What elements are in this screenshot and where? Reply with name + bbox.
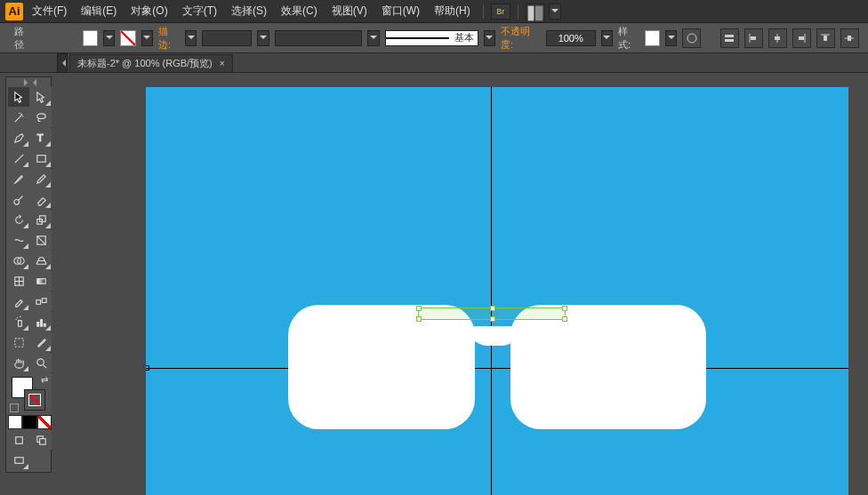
color-mode-solid[interactable] — [8, 415, 22, 429]
app-logo: Ai — [5, 3, 23, 20]
fill-swatch[interactable] — [83, 30, 98, 46]
variable-width-dropdown[interactable] — [367, 30, 379, 46]
pen-tool[interactable] — [8, 128, 29, 148]
menu-select[interactable]: 选择(S) — [226, 2, 272, 20]
stroke-weight-input[interactable] — [202, 30, 252, 46]
selection-bounding-box[interactable] — [418, 307, 566, 320]
svg-rect-0 — [527, 5, 534, 20]
fill-dropdown[interactable] — [103, 30, 115, 46]
graphic-style-swatch[interactable] — [645, 30, 660, 46]
document-tab-title: 未标题-2* @ 100% (RGB/预览) — [77, 57, 213, 70]
svg-rect-12 — [824, 36, 827, 41]
bridge-button[interactable]: Br — [491, 4, 510, 20]
eyedropper-tool[interactable] — [8, 291, 29, 311]
blob-brush-tool[interactable] — [8, 189, 29, 209]
menu-object[interactable]: 对象(O) — [125, 2, 173, 20]
screen-mode-button[interactable] — [8, 451, 29, 470]
align-panel-button[interactable] — [720, 28, 739, 48]
rotate-tool[interactable] — [8, 210, 29, 229]
line-segment-tool[interactable] — [8, 148, 29, 168]
menu-effect[interactable]: 效果(C) — [276, 2, 323, 20]
selection-handle[interactable] — [416, 316, 422, 322]
variable-width-profile[interactable] — [275, 30, 363, 46]
menu-help[interactable]: 帮助(H) — [429, 2, 476, 20]
artboard-tool[interactable] — [8, 332, 29, 352]
svg-rect-42 — [14, 457, 22, 463]
canvas[interactable] — [146, 87, 848, 495]
selection-handle[interactable] — [416, 306, 422, 311]
brush-dropdown[interactable] — [484, 30, 495, 46]
symbol-sprayer-tool[interactable] — [8, 312, 29, 331]
default-fill-stroke-icon[interactable] — [10, 403, 19, 412]
eraser-tool[interactable] — [30, 189, 52, 209]
menu-view[interactable]: 视图(V) — [326, 2, 373, 20]
stroke-color-swatch[interactable] — [24, 389, 45, 411]
draw-normal-button[interactable] — [8, 430, 29, 450]
tools-panel-grip[interactable] — [8, 79, 52, 86]
selection-handle[interactable] — [490, 306, 495, 311]
menu-file[interactable]: 文件(F) — [27, 2, 72, 20]
svg-rect-8 — [775, 36, 780, 40]
zoom-tool[interactable] — [30, 353, 52, 372]
opacity-input[interactable] — [546, 30, 596, 46]
free-transform-tool[interactable] — [30, 230, 52, 250]
selection-handle[interactable] — [490, 316, 495, 322]
align-center-v-button[interactable] — [840, 28, 859, 48]
close-tab-button[interactable]: × — [220, 59, 225, 68]
graphic-style-dropdown[interactable] — [665, 30, 677, 46]
brush-definition[interactable]: 基本 — [385, 30, 478, 46]
direct-selection-tool[interactable] — [30, 87, 52, 107]
shape-builder-tool[interactable] — [8, 251, 29, 270]
gradient-tool[interactable] — [30, 271, 52, 291]
color-mode-none[interactable] — [37, 415, 52, 429]
fill-stroke-control[interactable]: ⇄ — [8, 373, 52, 414]
svg-rect-1 — [535, 5, 542, 20]
ruler-origin-mark — [146, 365, 149, 371]
align-center-h-button[interactable] — [768, 28, 787, 48]
align-right-button[interactable] — [792, 28, 811, 48]
slice-tool[interactable] — [30, 332, 52, 352]
arrange-documents-button[interactable] — [526, 4, 545, 20]
recolor-artwork-button[interactable] — [682, 28, 701, 48]
stroke-swatch[interactable] — [120, 30, 135, 46]
stroke-weight-down[interactable] — [185, 30, 197, 46]
swap-fill-stroke-icon[interactable]: ⇄ — [41, 375, 48, 385]
selection-handle[interactable] — [562, 316, 567, 322]
draw-behind-button[interactable] — [30, 430, 52, 450]
column-graph-tool[interactable] — [30, 312, 52, 331]
svg-rect-41 — [39, 438, 45, 444]
glasses-artwork — [288, 305, 706, 429]
arrange-documents-dropdown[interactable] — [549, 4, 561, 20]
width-tool[interactable] — [8, 230, 29, 250]
menu-type[interactable]: 文字(T) — [177, 2, 222, 20]
menu-edit[interactable]: 编辑(E) — [76, 2, 122, 20]
svg-rect-6 — [751, 36, 756, 40]
pencil-tool[interactable] — [30, 169, 52, 188]
selection-tool[interactable] — [8, 87, 29, 107]
rectangle-tool[interactable] — [30, 148, 52, 168]
blend-tool[interactable] — [30, 291, 52, 311]
opacity-dropdown[interactable] — [601, 30, 613, 46]
svg-line-23 — [36, 236, 44, 244]
menu-window[interactable]: 窗口(W) — [376, 2, 425, 20]
stroke-weight-dropdown[interactable] — [257, 30, 269, 46]
align-left-button[interactable] — [744, 28, 763, 48]
paintbrush-tool[interactable] — [8, 169, 29, 188]
mesh-tool[interactable] — [8, 271, 29, 291]
stroke-dropdown[interactable] — [141, 30, 153, 46]
panel-collapse-toggle[interactable] — [57, 53, 68, 73]
guide-vertical[interactable] — [491, 87, 492, 495]
document-tab[interactable]: 未标题-2* @ 100% (RGB/预览) × — [69, 54, 233, 72]
selection-handle[interactable] — [562, 306, 567, 311]
color-mode-gradient[interactable] — [22, 415, 36, 429]
hand-tool[interactable] — [8, 353, 29, 372]
svg-rect-4 — [725, 39, 734, 42]
type-tool[interactable]: T — [30, 128, 52, 148]
lasso-tool[interactable] — [30, 108, 52, 127]
scale-tool[interactable] — [30, 210, 52, 229]
align-top-button[interactable] — [816, 28, 835, 48]
magic-wand-tool[interactable] — [8, 108, 29, 127]
glasses-right-lens[interactable] — [510, 305, 706, 429]
glasses-left-lens[interactable] — [288, 305, 475, 429]
perspective-grid-tool[interactable] — [30, 251, 52, 270]
